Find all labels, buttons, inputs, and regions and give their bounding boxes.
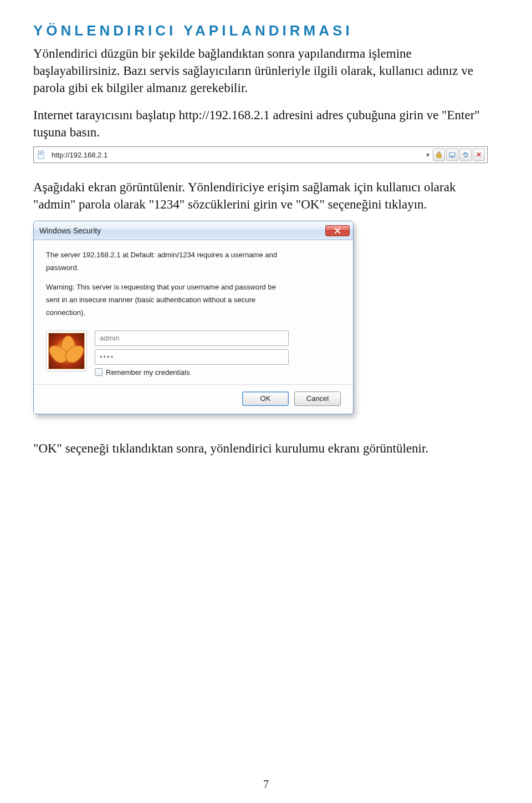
stop-icon[interactable]: ✕ bbox=[473, 149, 485, 161]
dialog-warn-line3: connection). bbox=[46, 308, 341, 318]
outro-paragraph: "OK" seçeneği tıklandıktan sonra, yönlen… bbox=[33, 440, 499, 457]
lock-icon[interactable] bbox=[433, 149, 445, 161]
dialog-warn-line1: Warning: This server is requesting that … bbox=[46, 282, 341, 293]
dialog-divider bbox=[34, 384, 353, 385]
dialog-title: Windows Security bbox=[39, 226, 101, 235]
address-bar[interactable]: http://192.168.2.1 ▼ ✕ bbox=[33, 146, 488, 163]
address-url[interactable]: http://192.168.2.1 bbox=[49, 151, 423, 159]
dialog-body: The server 192.168.2.1 at Default: admin… bbox=[34, 240, 353, 413]
ok-button[interactable]: OK bbox=[242, 392, 289, 406]
cancel-button[interactable]: Cancel bbox=[294, 392, 341, 406]
dialog-msg-line2: password. bbox=[46, 263, 341, 273]
chevron-down-icon[interactable]: ▼ bbox=[423, 149, 433, 161]
page-heading: YÖNLENDIRICI YAPILANDIRMASI bbox=[33, 22, 499, 39]
intro-paragraph-1: Yönlendirici düzgün bir şekilde bağlandı… bbox=[33, 45, 499, 96]
username-field[interactable]: admin bbox=[95, 331, 289, 346]
avatar bbox=[46, 331, 87, 372]
intro-paragraph-3: Aşağıdaki ekran görüntülenir. Yönlendiri… bbox=[33, 179, 499, 213]
password-field[interactable]: •••• bbox=[95, 349, 289, 365]
close-icon[interactable] bbox=[325, 225, 350, 236]
page-icon bbox=[36, 149, 47, 160]
svg-rect-1 bbox=[437, 154, 441, 157]
dialog-titlebar[interactable]: Windows Security bbox=[34, 221, 353, 240]
remember-checkbox[interactable] bbox=[95, 368, 103, 376]
refresh-icon[interactable] bbox=[459, 149, 472, 161]
dialog-msg-line1: The server 192.168.2.1 at Default: admin… bbox=[46, 250, 341, 261]
intro-paragraph-2: Internet tarayıcısını başlatıp http://19… bbox=[33, 106, 499, 141]
dialog-warn-line2: sent in an insecure manner (basic authen… bbox=[46, 295, 341, 306]
compat-icon[interactable] bbox=[446, 149, 458, 161]
security-dialog: Windows Security The server 192.168.2.1 … bbox=[33, 221, 354, 414]
page-number: 7 bbox=[0, 778, 532, 791]
svg-rect-2 bbox=[449, 153, 455, 156]
remember-label: Remember my credentials bbox=[106, 368, 190, 377]
